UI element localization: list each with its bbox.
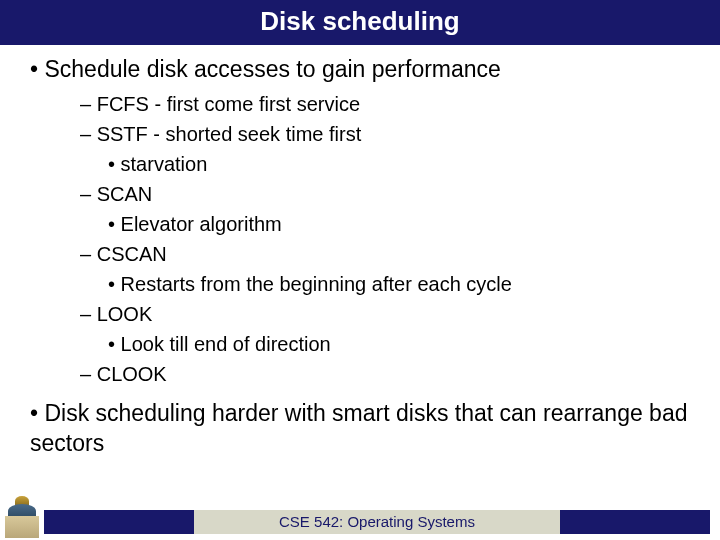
sub-sstf: SSTF - shorted seek time first xyxy=(80,121,690,147)
bullet-main-1-text: Schedule disk accesses to gain performan… xyxy=(44,56,500,82)
sub-scan-elevator: Elevator algorithm xyxy=(108,211,690,237)
bullet-main-1: Schedule disk accesses to gain performan… xyxy=(30,55,690,387)
sub-clook: CLOOK xyxy=(80,361,690,387)
course-label: CSE 542: Operating Systems xyxy=(194,510,560,534)
footer-bar: CSE 542: Operating Systems xyxy=(44,510,710,534)
footer-bar-left xyxy=(44,510,194,534)
sub-look-direction: Look till end of direction xyxy=(108,331,690,357)
slide-title: Disk scheduling xyxy=(0,0,720,45)
sub-fcfs: FCFS - first come first service xyxy=(80,91,690,117)
sub-cscan-restart: Restarts from the beginning after each c… xyxy=(108,271,690,297)
slide-content: Schedule disk accesses to gain performan… xyxy=(0,45,720,459)
footer-bar-right xyxy=(560,510,710,534)
sub-sstf-starvation: starvation xyxy=(108,151,690,177)
sub-look: LOOK xyxy=(80,301,690,327)
dome-icon xyxy=(4,496,40,538)
sub-scan: SCAN xyxy=(80,181,690,207)
sub-cscan: CSCAN xyxy=(80,241,690,267)
slide-footer: CSE 542: Operating Systems xyxy=(0,494,720,540)
bullet-main-2: Disk scheduling harder with smart disks … xyxy=(30,399,690,459)
